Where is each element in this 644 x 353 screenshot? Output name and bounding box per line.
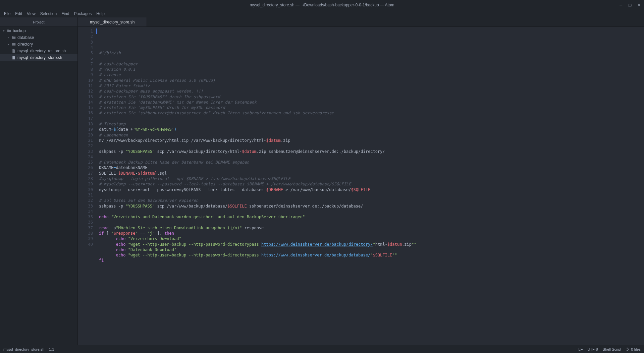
maximize-icon[interactable]: ▢ [628,3,632,7]
code-line: # mysqldump --user=root --password --loc… [99,181,644,187]
tree-label: mysql_directory_store.sh [17,55,62,60]
tree-file-active[interactable]: mysql_directory_store.sh [0,54,77,61]
tree-label: directory [17,42,33,47]
code-line: echo "wget --http-user=backup --http-pas… [99,242,644,247]
file-icon [11,56,16,60]
chevron-down-icon: ▾ [2,29,5,33]
tree-label: mysql_directory_restore.sh [17,49,66,53]
folder-icon [7,29,11,33]
status-git-label: 0 files [631,347,641,351]
code-line: datum=$(date +'%Y-%m-%d-%H%M%S') [99,127,644,132]
minimize-icon[interactable]: ─ [620,3,622,7]
line-gutter: 1234567891011121314151617181920212223242… [78,27,96,345]
chevron-right-icon: ▸ [7,43,10,46]
code-line: # License [99,72,644,77]
code-line [99,263,644,269]
code-line: # sql Datei auf den BackupServer Kopiere… [99,198,644,203]
status-git[interactable]: 0 files [626,347,641,351]
code-line: # bash-backupper muss angepasst werden. … [99,89,644,94]
title-bar: mysql_directory_store.sh — ~/Downloads/b… [0,0,644,10]
file-tree: ▾ backup ▸ database ▸ directory mysql_di… [0,27,77,61]
tab-active[interactable]: mysql_directory_store.sh [78,17,147,26]
tree-root[interactable]: ▾ backup [0,27,77,34]
code-line: sshpass -p "YOUSSHPASS" scp /var/www/bac… [99,149,644,154]
code-line: #!/bin/sh [99,50,644,56]
file-icon [11,49,16,53]
menu-edit[interactable]: Edit [13,11,24,17]
status-eol[interactable]: LF [579,347,583,351]
window-controls: ─ ▢ ✕ [620,3,641,7]
menu-help[interactable]: Help [94,11,107,17]
code-line: # GNU General Public License version 3.0… [99,78,644,83]
menu-selection[interactable]: Selection [38,11,59,17]
status-filename[interactable]: mysql_directory_store.sh [3,347,44,351]
status-encoding[interactable]: UTF-8 [587,347,598,351]
wrap-guide [264,27,264,345]
code-line: if [ "$response" == "j" ]; then [99,231,644,236]
code-line [99,220,644,225]
tab-bar: mysql_directory_store.sh [78,17,644,27]
menu-view[interactable]: View [25,11,38,17]
code-line: echo "wget --http-user=backup --http-pas… [99,252,644,258]
code-line: mysqldump --user=root --password=mySQLPA… [99,187,644,192]
code-line: #mysqldump --login-path=local --opt $DBN… [99,176,644,181]
editor-pane: mysql_directory_store.sh 123456789101112… [78,17,644,345]
code-line [99,209,644,214]
project-sidebar: Project ▾ backup ▸ database ▸ directory … [0,17,78,345]
code-line: # umbenennen [99,132,644,138]
tab-label: mysql_directory_store.sh [90,20,135,24]
cursor [96,28,97,34]
code-line [99,143,644,149]
code-line: # 2017 Rainer Schmitz [99,83,644,89]
code-line: # bash-backupper [99,61,644,67]
editor-body[interactable]: 1234567891011121314151617181920212223242… [78,27,644,345]
code-line [99,154,644,160]
code-line [99,192,644,198]
window-title: mysql_directory_store.sh — ~/Downloads/b… [250,3,394,7]
menu-file[interactable]: File [2,11,12,17]
tree-file[interactable]: mysql_directory_restore.sh [0,48,77,54]
code-line: fi [99,258,644,263]
tree-folder[interactable]: ▸ directory [0,41,77,48]
status-right: LF UTF-8 Shell Script 0 files [579,347,641,351]
code-line: # erstetzen Sie "datenbankNAME" mit der … [99,100,644,105]
code-line: read -p"Möchten Sie sich einen Donwloadl… [99,225,644,231]
code-line [99,56,644,61]
code-line: DBNAME=datenbankNAME [99,165,644,170]
code-line: # Version 0.0.1 [99,67,644,72]
folder-icon [11,42,16,46]
code-line: SQLFILE=$DBNAME-${datum}.sql [99,171,644,176]
code-line: echo "Datenbank Download" [99,247,644,252]
status-left: mysql_directory_store.sh 1:1 [3,347,54,351]
tree-folder[interactable]: ▸ database [0,34,77,41]
code-line: # Timestamp [99,121,644,127]
main-area: Project ▾ backup ▸ database ▸ directory … [0,17,644,345]
sidebar-header: Project [0,17,77,27]
code-line: # Datenbank Backup bitte Name der Datenb… [99,160,644,165]
code-line: echo "Verzeichnis und Datenbank wurden g… [99,214,644,220]
status-grammar[interactable]: Shell Script [603,347,622,351]
chevron-right-icon: ▸ [7,36,10,39]
folder-icon [11,36,16,40]
code-line: # erstetzen Sie "YOUSSHPASS" druch Ihr s… [99,94,644,100]
close-icon[interactable]: ✕ [638,3,641,7]
code-area[interactable]: #!/bin/sh # bash-backupper# Version 0.0.… [96,27,644,345]
menu-packages[interactable]: Packages [72,11,94,17]
menu-bar: File Edit View Selection Find Packages H… [0,10,644,17]
code-line: mv /var/www/backup/directory/html.zip /v… [99,138,644,143]
code-line [99,116,644,121]
status-cursor[interactable]: 1:1 [49,347,54,351]
tree-label: database [17,35,34,40]
code-line: # erstetzen Sie "mySQLPASS" druch Ihr my… [99,105,644,110]
tree-label: backup [13,28,26,33]
status-bar: mysql_directory_store.sh 1:1 LF UTF-8 Sh… [0,345,644,353]
code-line: sshpass -p "YOUSSHPASS" scp /var/www/bac… [99,203,644,209]
menu-find[interactable]: Find [59,11,71,17]
code-line: echo "Verzeichnis Download" [99,236,644,241]
code-line: # erstetzen Sie "sshbenutzer@deinsshserv… [99,110,644,116]
